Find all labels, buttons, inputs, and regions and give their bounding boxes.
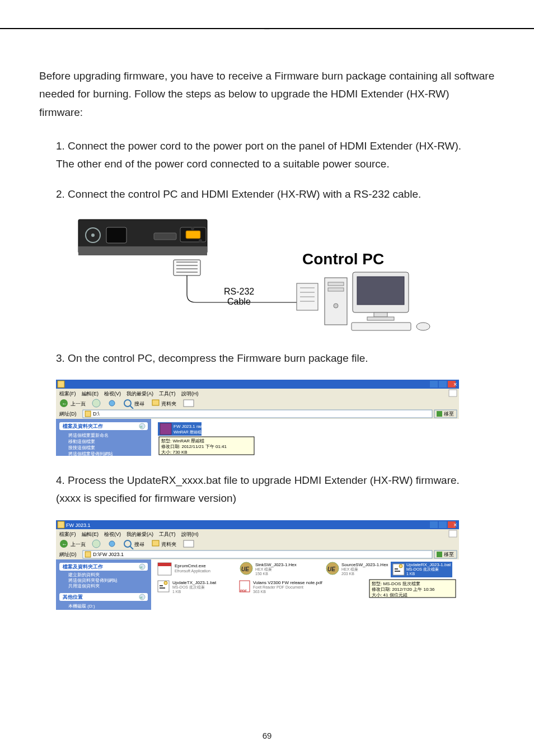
connection-diagram: RS-232 Cable Control PC	[56, 216, 495, 334]
step-1-line-1: 1. Connect the power cord to the power p…	[56, 137, 495, 155]
svg-rect-26	[374, 312, 387, 317]
menu-tools: 工具(T)	[159, 391, 176, 396]
sidebar-header: 檔案及資料夾工作	[62, 423, 103, 429]
svg-text:1 KB: 1 KB	[406, 572, 415, 576]
menu-file: 檔案(F)	[59, 391, 76, 396]
sidebar-item-3: 接接這個檔案	[68, 445, 95, 450]
svg-point-29	[416, 323, 430, 330]
svg-point-135	[164, 581, 167, 585]
menu-fav: 我的最愛(A)	[127, 391, 153, 396]
svg-text:其他位置: 其他位置	[62, 594, 83, 600]
svg-text:Efronsoft Application: Efronsoft Application	[175, 569, 210, 573]
svg-text:←: ←	[62, 400, 67, 407]
svg-rect-47	[184, 400, 194, 407]
file-type: WinRAR 壓縮檔	[174, 430, 202, 434]
svg-rect-39	[56, 398, 459, 409]
menu-help: 說明(H)	[181, 391, 199, 396]
svg-text:檢視(V): 檢視(V)	[104, 531, 121, 537]
address-value: D:\	[93, 411, 100, 417]
svg-rect-62	[56, 520, 459, 529]
svg-point-23	[334, 304, 338, 308]
svg-point-42	[92, 399, 100, 407]
svg-text:大小: 41 個位元組: 大小: 41 個位元組	[372, 592, 407, 598]
svg-rect-34	[439, 381, 447, 388]
tooltip-date: 修改日期: 2012/11/21 下午 01:41	[161, 444, 227, 449]
svg-rect-4	[106, 227, 127, 243]
svg-point-43	[109, 400, 115, 406]
svg-text:上一頁: 上一頁	[71, 542, 86, 547]
svg-rect-127	[395, 571, 400, 572]
screenshot-explorer-1: × 檔案(F) 編輯(E) 檢視(V) 我的最愛(A) 工具(T) 說明(H) …	[56, 380, 495, 456]
svg-text:MS-DOS 批次檔案: MS-DOS 批次檔案	[172, 585, 205, 590]
svg-text:SourceSW_J023-1.Hex: SourceSW_J023-1.Hex	[341, 562, 388, 567]
svg-text:«: «	[140, 424, 143, 430]
svg-text:Foxit Reader PDF Document: Foxit Reader PDF Document	[253, 585, 303, 589]
tooltip-type: 類型: WinRAR 壓縮檔	[161, 438, 204, 444]
underscore-mark: _	[265, 17, 270, 32]
svg-rect-50	[85, 411, 91, 417]
svg-text:網址(D): 網址(D)	[59, 552, 77, 557]
svg-text:移至: 移至	[444, 552, 454, 557]
svg-text:搜尋: 搜尋	[134, 542, 144, 547]
svg-rect-111	[158, 563, 171, 566]
svg-rect-59	[160, 423, 171, 435]
svg-text:←: ←	[62, 541, 67, 547]
svg-text:編輯(E): 編輯(E)	[81, 531, 99, 537]
svg-point-128	[399, 564, 402, 568]
svg-text:203 KB: 203 KB	[341, 572, 354, 576]
svg-rect-126	[395, 568, 398, 570]
sidebar-item-1: 將這個檔案重新命名	[68, 433, 109, 438]
svg-text:修改日期: 2012/7/20 上午 10:36: 修改日期: 2012/7/20 上午 10:36	[372, 587, 435, 592]
svg-rect-1	[78, 246, 207, 255]
svg-text:1 KB: 1 KB	[172, 590, 181, 594]
svg-text:說明(H): 說明(H)	[181, 531, 199, 537]
tooltip-size: 大小: 730 KB	[161, 450, 188, 455]
svg-text:UpdateTX_J023-1.bat: UpdateTX_J023-1.bat	[172, 580, 217, 585]
file-name: FW J023.1 rar	[174, 424, 202, 429]
rs232-label-1: RS-232	[224, 287, 254, 296]
svg-rect-134	[160, 587, 165, 589]
svg-text:資料夾: 資料夾	[161, 542, 176, 547]
svg-rect-76	[56, 538, 459, 549]
svg-rect-27	[367, 317, 394, 320]
svg-rect-36	[58, 381, 64, 388]
step-1-line-2: The other end of the power cord connecte…	[56, 155, 495, 173]
menu-edit: 編輯(E)	[81, 391, 99, 396]
svg-text:我的最愛(A): 我的最愛(A)	[127, 531, 153, 537]
intro-paragraph: Before upgrading firmware, you have to r…	[39, 67, 495, 122]
svg-text:將這個資料夾發佈到網站: 將這個資料夾發佈到網站	[68, 578, 118, 583]
svg-rect-85	[152, 540, 159, 546]
svg-text:MS-DOS 批次檔案: MS-DOS 批次檔案	[406, 567, 439, 572]
svg-rect-22	[328, 288, 344, 291]
svg-text:EpromCmd.exe: EpromCmd.exe	[175, 563, 206, 568]
svg-rect-28	[352, 323, 411, 330]
top-border	[0, 28, 534, 29]
control-pc-label: Control PC	[302, 250, 384, 268]
svg-point-81	[109, 541, 115, 547]
go-btn: 移至	[444, 411, 454, 417]
svg-text:本機磁碟 (D:): 本機磁碟 (D:)	[68, 604, 95, 609]
svg-text:×: ×	[453, 381, 457, 388]
toolbar-folders: 資料夾	[161, 401, 176, 407]
step-4: 4. Process the UpdateRX_xxxx.bat file to…	[39, 472, 495, 508]
step-2-line: 2. Connect the control PC and HDMI Exten…	[56, 185, 495, 203]
step-4-line-2: (xxxx is specified for firmware version)	[56, 489, 495, 507]
window-title: FW J023.1	[66, 522, 91, 528]
svg-text:PDF: PDF	[240, 589, 247, 592]
svg-text:建立新的資料夾: 建立新的資料夾	[68, 572, 100, 577]
svg-point-9	[199, 239, 202, 242]
svg-rect-25	[357, 277, 404, 305]
svg-text:檔案(F): 檔案(F)	[59, 531, 76, 537]
svg-text:150 KB: 150 KB	[255, 572, 268, 576]
sidebar-item-4: 將這個檔案發佈到網站	[68, 451, 113, 456]
svg-text:«: «	[140, 564, 143, 570]
toolbar-back: 上一頁	[71, 401, 86, 407]
menu-view: 檢視(V)	[104, 391, 121, 396]
page-number: 69	[0, 729, 534, 743]
svg-rect-87	[184, 540, 194, 547]
step-3: 3. On the control PC, decompress the Fir…	[39, 349, 495, 367]
toolbar-search: 搜尋	[134, 401, 144, 407]
svg-rect-31	[56, 380, 459, 389]
svg-rect-21	[328, 282, 344, 286]
svg-text:UE: UE	[327, 566, 335, 572]
